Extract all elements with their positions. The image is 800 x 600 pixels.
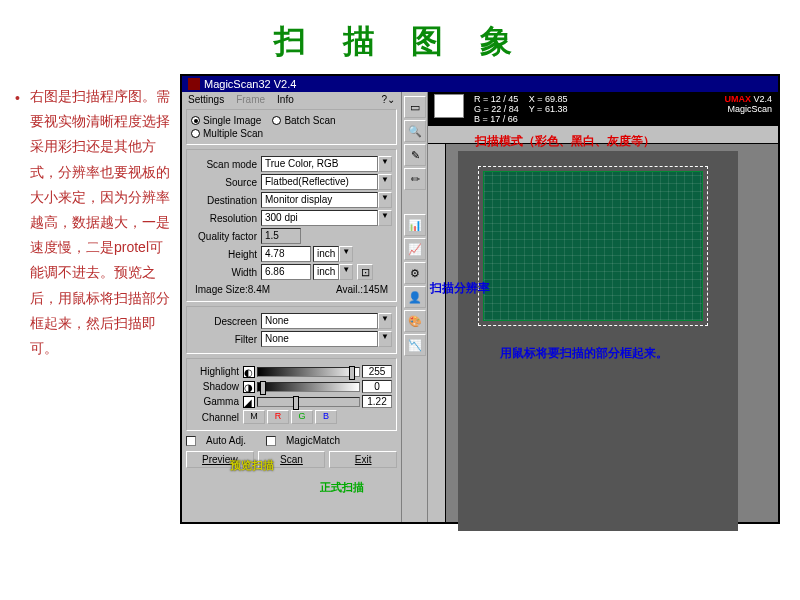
scanner-app-window: MagicScan32 V2.4 Settings Frame Info ?⌄ …	[180, 74, 780, 524]
lock-aspect-icon[interactable]: ⊡	[357, 264, 373, 280]
menubar: Settings Frame Info ?⌄	[182, 92, 401, 107]
height-input[interactable]: 4.78	[261, 246, 311, 262]
selection-rectangle[interactable]	[478, 166, 708, 326]
menu-settings[interactable]: Settings	[188, 94, 224, 105]
highlight-value[interactable]: 255	[362, 365, 392, 378]
scan-mode-select[interactable]: True Color, RGB	[261, 156, 378, 172]
adjust-section: Highlight ◐ 255 Shadow ◑ 0 Gamma ◢	[186, 358, 397, 431]
quality-label: Quality factor	[191, 231, 261, 242]
action-buttons: Preview Scan Exit	[182, 448, 401, 471]
brand-label: UMAX	[724, 94, 751, 104]
chevron-down-icon[interactable]: ▼	[339, 246, 353, 262]
checkbox-row: Auto Adj. MagicMatch	[182, 433, 401, 448]
avail-label: Avail.:	[336, 284, 363, 295]
channel-b-button[interactable]: B	[315, 410, 337, 424]
levels-icon[interactable]: 📊	[404, 214, 426, 236]
chevron-down-icon[interactable]: ▼	[378, 174, 392, 190]
menu-help-icon[interactable]: ?⌄	[381, 94, 395, 105]
gamma-value[interactable]: 1.22	[362, 395, 392, 408]
height-unit[interactable]: inch	[313, 246, 339, 262]
exit-button[interactable]: Exit	[329, 451, 397, 468]
resolution-select[interactable]: 300 dpi	[261, 210, 378, 226]
portrait-icon[interactable]: 👤	[404, 286, 426, 308]
color-preview-swatch	[434, 94, 464, 118]
status-y: Y = 61.38	[529, 104, 568, 114]
quality-input: 1.5	[261, 228, 301, 244]
channel-label: Channel	[191, 412, 241, 423]
channel-r-button[interactable]: R	[267, 410, 289, 424]
gamma-slider[interactable]	[257, 397, 360, 407]
filter-section: Descreen None ▼ Filter None ▼	[186, 306, 397, 354]
window-titlebar: MagicScan32 V2.4	[182, 76, 778, 92]
radio-multiple-scan[interactable]	[191, 129, 200, 138]
radio-single-image[interactable]	[191, 116, 200, 125]
scan-type-section: Single Image Batch Scan Multiple Scan	[186, 109, 397, 145]
scan-mode-label: Scan mode	[191, 159, 261, 170]
color-wheel-icon[interactable]: 🎨	[404, 310, 426, 332]
eyedropper-black-icon[interactable]: ✏	[404, 168, 426, 190]
shadow-label: Shadow	[191, 381, 241, 392]
chevron-down-icon[interactable]: ▼	[378, 313, 392, 329]
source-select[interactable]: Flatbed(Reflective)	[261, 174, 378, 190]
preview-button[interactable]: Preview	[186, 451, 254, 468]
image-size-label: Image Size:	[195, 284, 248, 295]
shadow-icon: ◑	[243, 381, 255, 393]
image-size-value: 8.4M	[248, 284, 270, 295]
status-x: X = 69.85	[529, 94, 568, 104]
chevron-down-icon[interactable]: ▼	[378, 210, 392, 226]
eyedropper-white-icon[interactable]: ✎	[404, 144, 426, 166]
chevron-down-icon[interactable]: ▼	[378, 156, 392, 172]
highlight-icon: ◐	[243, 366, 255, 378]
status-g: G = 22 / 84	[474, 104, 519, 114]
magicmatch-label: MagicMatch	[286, 435, 340, 446]
descreen-label: Descreen	[191, 316, 261, 327]
selection-tool-icon[interactable]: ▭	[404, 96, 426, 118]
auto-adj-checkbox[interactable]	[186, 436, 196, 446]
status-bar: R = 12 / 45 G = 22 / 84 B = 17 / 66 X = …	[428, 92, 778, 126]
shadow-value[interactable]: 0	[362, 380, 392, 393]
page-title: 扫 描 图 象	[0, 0, 800, 74]
gamma-label: Gamma	[191, 396, 241, 407]
zoom-tool-icon[interactable]: 🔍	[404, 120, 426, 142]
avail-value: 145M	[363, 284, 388, 295]
resolution-label: Resolution	[191, 213, 261, 224]
chevron-down-icon[interactable]: ▼	[378, 331, 392, 347]
description-text: 右图是扫描程序图。需要视实物清晰程度选择采用彩扫还是其他方式，分辨率也要视板的大…	[30, 84, 170, 361]
vertical-toolbar: ▭ 🔍 ✎ ✏ 📊 📈 ⚙ 👤 🎨 📉	[402, 92, 428, 522]
radio-batch-label: Batch Scan	[284, 115, 335, 126]
height-label: Height	[191, 249, 261, 260]
width-input[interactable]: 6.86	[261, 264, 311, 280]
product-label: MagicScan	[727, 104, 772, 114]
auto-adj-label: Auto Adj.	[206, 435, 246, 446]
color-balance-icon[interactable]: ⚙	[404, 262, 426, 284]
version-label: V2.4	[753, 94, 772, 104]
horizontal-ruler	[428, 126, 778, 144]
shadow-slider[interactable]	[257, 382, 360, 392]
curves-icon[interactable]: 📈	[404, 238, 426, 260]
preview-area[interactable]	[428, 126, 778, 522]
chevron-down-icon[interactable]: ▼	[378, 192, 392, 208]
filter-select[interactable]: None	[261, 331, 378, 347]
radio-batch-scan[interactable]	[272, 116, 281, 125]
descreen-select[interactable]: None	[261, 313, 378, 329]
histogram-icon[interactable]: 📉	[404, 334, 426, 356]
width-label: Width	[191, 267, 261, 278]
scan-button[interactable]: Scan	[258, 451, 326, 468]
destination-select[interactable]: Monitor display	[261, 192, 378, 208]
menu-info[interactable]: Info	[277, 94, 294, 105]
window-title: MagicScan32 V2.4	[204, 78, 296, 90]
highlight-slider[interactable]	[257, 367, 360, 377]
chevron-down-icon[interactable]: ▼	[339, 264, 353, 280]
scan-bed	[458, 151, 738, 531]
radio-multiple-label: Multiple Scan	[203, 128, 263, 139]
channel-m-button[interactable]: M	[243, 410, 265, 424]
description-panel: 右图是扫描程序图。需要视实物清晰程度选择采用彩扫还是其他方式，分辨率也要视板的大…	[10, 74, 180, 524]
channel-g-button[interactable]: G	[291, 410, 313, 424]
settings-panel: Settings Frame Info ?⌄ Single Image Batc…	[182, 92, 402, 522]
radio-single-label: Single Image	[203, 115, 261, 126]
vertical-ruler	[428, 144, 446, 522]
magicmatch-checkbox[interactable]	[266, 436, 276, 446]
width-unit[interactable]: inch	[313, 264, 339, 280]
menu-frame: Frame	[236, 94, 265, 105]
scan-settings-section: Scan mode True Color, RGB ▼ Source Flatb…	[186, 149, 397, 302]
